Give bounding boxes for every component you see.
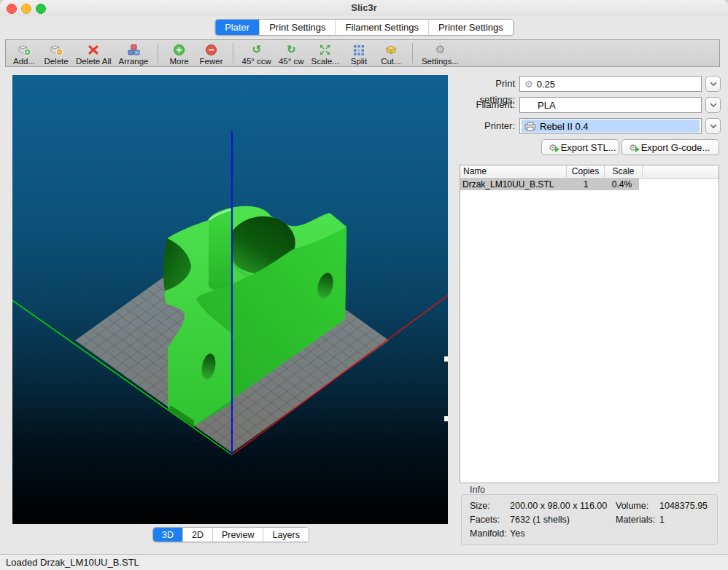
filament-dropdown-button[interactable] — [705, 97, 721, 113]
delete-all-button[interactable]: Delete All — [72, 40, 115, 66]
delete-object-icon — [49, 44, 63, 56]
scale-icon — [319, 44, 331, 56]
more-button[interactable]: More — [163, 40, 195, 66]
right-panel: Print settings: ⚙ 0.25 Filament: PLA Pri… — [460, 76, 719, 546]
column-scale[interactable]: Scale — [605, 165, 643, 178]
viewport-3d-canvas[interactable] — [12, 75, 448, 524]
chevron-down-icon — [710, 103, 717, 107]
gear-icon: ⚙ — [524, 79, 533, 89]
facets-value: 7632 (1 shells) — [510, 515, 570, 525]
object-settings-icon: ⚙ — [435, 44, 445, 56]
manifold-value: Yes — [510, 528, 524, 539]
chevron-down-icon — [710, 82, 717, 86]
view-tab-3d[interactable]: 3D — [153, 528, 182, 542]
object-list-header: Name Copies Scale — [460, 165, 719, 179]
view-tab-layers[interactable]: Layers — [263, 528, 309, 542]
tab-print-settings[interactable]: Print Settings — [259, 20, 335, 35]
rotate-ccw-icon: ↺ — [252, 44, 261, 56]
cut-icon — [384, 44, 398, 56]
rotate-cw-icon: ↻ — [287, 44, 296, 56]
info-box: Size: 200.00 x 98.00 x 116.00 Volume: 10… — [461, 494, 718, 545]
toolbar-separator — [412, 43, 413, 63]
export-stl-button[interactable]: ⚙ Export STL... — [541, 139, 619, 155]
filament-label: Filament: — [460, 97, 515, 113]
main-tab-bar: Plater Print Settings Filament Settings … — [214, 19, 514, 36]
view-tab-2d[interactable]: 2D — [182, 528, 212, 542]
rotate-cw-button[interactable]: ↻ 45° cw — [275, 40, 308, 66]
chevron-down-icon — [710, 124, 717, 128]
tab-filament-settings[interactable]: Filament Settings — [335, 20, 427, 35]
viewport-edge-mark — [444, 356, 448, 362]
printer-dropdown-button[interactable] — [705, 118, 721, 134]
tab-printer-settings[interactable]: Printer Settings — [428, 20, 513, 35]
view-mode-tab-bar: 3D 2D Preview Layers — [152, 527, 309, 542]
plater-toolbar: Add... Delete Delete All Arrange More — [5, 39, 720, 67]
info-title: Info — [470, 485, 485, 495]
slic3r-window: Slic3r Plater Print Settings Filament Se… — [0, 0, 728, 570]
arrange-icon — [126, 44, 141, 56]
more-copies-icon — [173, 44, 185, 56]
printer-combo[interactable]: Rebel II 0.4 — [519, 118, 702, 134]
object-list: Name Copies Scale Drzak_LM10UU_B.STL 1 0… — [460, 165, 719, 483]
table-row[interactable]: Drzak_LM10UU_B.STL 1 0.4% — [460, 179, 639, 190]
arrange-button[interactable]: Arrange — [115, 40, 152, 66]
printer-icon — [524, 122, 536, 131]
fewer-button[interactable]: Fewer — [195, 40, 228, 66]
delete-all-icon — [87, 44, 100, 56]
filament-combo[interactable]: PLA — [519, 97, 702, 113]
manifold-label: Manifold: — [470, 528, 507, 539]
delete-button[interactable]: Delete — [40, 40, 72, 66]
rotate-ccw-button[interactable]: ↺ 45° ccw — [239, 40, 275, 66]
materials-value: 1 — [659, 515, 665, 525]
fewer-copies-icon — [205, 44, 217, 56]
cut-button[interactable]: Cut... — [375, 40, 407, 66]
volume-value: 1048375.95 — [659, 501, 708, 511]
materials-label: Materials: — [616, 515, 655, 525]
status-text: Loaded Drzak_LM10UU_B.STL — [6, 557, 139, 568]
status-bar: Loaded Drzak_LM10UU_B.STL — [0, 554, 728, 570]
column-filler — [643, 165, 719, 178]
print-settings-combo[interactable]: ⚙ 0.25 — [519, 76, 702, 92]
toolbar-separator — [158, 43, 158, 63]
window-title: Slic3r — [0, 0, 728, 16]
volume-label: Volume: — [616, 501, 648, 511]
printer-label: Printer: — [460, 118, 515, 134]
cell-copies: 1 — [567, 179, 605, 190]
column-copies[interactable]: Copies — [567, 165, 605, 178]
split-button[interactable]: Split — [343, 40, 375, 66]
export-gcode-button[interactable]: ⚙ Export G-code... — [621, 139, 719, 155]
tab-plater[interactable]: Plater — [215, 20, 259, 35]
column-name[interactable]: Name — [460, 165, 567, 178]
facets-label: Facets: — [470, 515, 500, 525]
add-button[interactable]: Add... — [8, 40, 40, 66]
viewport-edge-mark — [444, 416, 448, 421]
object-settings-button[interactable]: ⚙ Settings... — [418, 40, 462, 66]
view-tab-preview[interactable]: Preview — [212, 528, 263, 542]
cell-scale: 0.4% — [605, 179, 639, 190]
size-label: Size: — [470, 501, 490, 511]
size-value: 200.00 x 98.00 x 116.00 — [510, 501, 607, 511]
scale-button[interactable]: Scale... — [308, 40, 343, 66]
add-object-icon — [17, 44, 31, 56]
print-settings-dropdown-button[interactable] — [705, 76, 721, 92]
split-icon — [353, 44, 365, 56]
export-icon: ⚙ — [629, 143, 638, 152]
titlebar: Slic3r — [0, 0, 728, 16]
export-icon: ⚙ — [549, 143, 557, 152]
cell-name: Drzak_LM10UU_B.STL — [460, 179, 567, 190]
toolbar-separator — [233, 43, 233, 63]
